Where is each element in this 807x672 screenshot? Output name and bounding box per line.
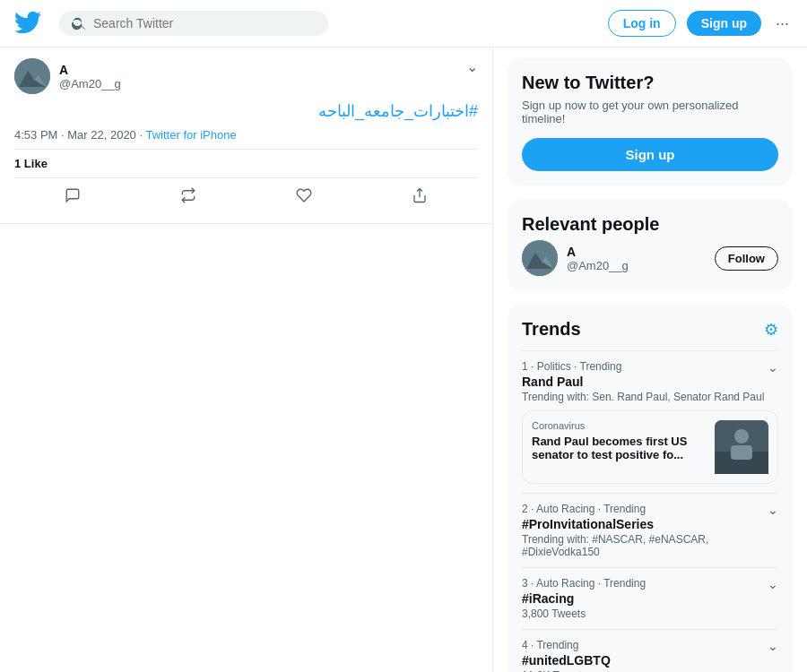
tweet-likes: 1 Like [14,149,478,170]
svg-point-0 [14,58,50,94]
svg-rect-10 [731,445,752,460]
relevant-person: A @Am20__g Follow [522,240,778,276]
person-avatar [522,240,558,276]
tweet-content: #اختبارات_جامعه_الباحه [14,101,478,121]
signup-button[interactable]: Sign up [687,11,761,36]
trends-title: Trends [522,319,581,340]
trend-item-4: 4 · Trending #unitedLGBTQ 11.8K Tweets ⌄ [522,629,778,672]
topnav-actions: Log in Sign up ··· [608,10,793,37]
retweet-button[interactable] [171,182,205,209]
trends-header: Trends ⚙ [522,319,778,340]
trend-2-desc: Trending with: #NASCAR, #eNASCAR, #Dixie… [522,533,768,558]
share-button[interactable] [403,182,437,209]
search-input[interactable] [93,16,316,30]
trend-item-1: 1 · Politics · Trending Rand Paul Trendi… [522,350,778,493]
search-bar[interactable] [59,11,328,36]
trend-item-3: 3 · Auto Racing · Trending #iRacing 3,80… [522,567,778,629]
tweet-user: A @Am20__g [14,58,121,94]
reply-button[interactable] [56,182,90,209]
tweet-source-link[interactable]: Twitter for iPhone [145,128,236,142]
new-to-twitter-subtitle: Sign up now to get your own personalized… [522,99,778,125]
twitter-logo [14,9,41,39]
trend-1-card: Coronavirus Rand Paul becomes first US s… [522,410,778,484]
trend-3-chevron[interactable]: ⌄ [768,577,778,591]
trend-1-name[interactable]: Rand Paul [522,375,764,389]
trend-1-category: 1 · Politics · Trending [522,360,764,373]
likes-label: Like [24,157,48,170]
trend-4-chevron[interactable]: ⌄ [768,639,778,653]
trend-4-category: 4 · Trending [522,639,611,651]
avatar-image [14,58,50,94]
follow-button[interactable]: Follow [715,246,778,271]
new-to-twitter-title: New to Twitter? [522,73,778,93]
relevant-people-widget: Relevant people A @Am20__g Follow [508,200,793,290]
trend-2-chevron[interactable]: ⌄ [768,503,778,517]
tweet-actions [14,177,478,212]
svg-point-4 [522,240,558,276]
search-icon [72,16,86,30]
widget-signup-button[interactable]: Sign up [522,138,778,171]
new-to-twitter-widget: New to Twitter? Sign up now to get your … [508,58,793,185]
trend-card-image [715,420,768,474]
trend-3-name[interactable]: #iRacing [522,591,646,606]
tweet-user-handle: @Am20__g [59,77,121,90]
page-layout: A @Am20__g ⌄ #اختبارات_جامعه_الباحه 4:53… [0,47,807,672]
tweet-timestamp: 4:53 PM · Mar 22, 2020 [14,128,136,142]
trend-item-2: 2 · Auto Racing · Trending #ProInvitatio… [522,493,778,567]
more-button[interactable]: ··· [772,11,793,37]
svg-point-9 [734,429,749,444]
tweet-hashtag[interactable]: #اختبارات_جامعه_الباحه [14,101,478,121]
likes-count: 1 [14,157,21,170]
person-handle: @Am20__g [567,259,706,272]
trend-card-label: Coronavirus [532,420,706,431]
person-name: A [567,245,706,259]
main-column: A @Am20__g ⌄ #اختبارات_جامعه_الباحه 4:53… [0,47,493,672]
trends-widget: Trends ⚙ 1 · Politics · Trending Rand Pa… [508,305,793,672]
tweet-card: A @Am20__g ⌄ #اختبارات_جامعه_الباحه 4:53… [0,47,492,224]
trend-card-title: Rand Paul becomes first US senator to te… [532,435,706,461]
trend-3-count: 3,800 Tweets [522,607,646,620]
login-button[interactable]: Log in [608,10,676,37]
like-button[interactable] [287,182,321,209]
tweet-username: A [59,63,121,77]
tweet-meta: 4:53 PM · Mar 22, 2020 · Twitter for iPh… [14,128,478,142]
topnav: Log in Sign up ··· [0,0,807,47]
trend-3-category: 3 · Auto Racing · Trending [522,577,646,590]
sidebar: New to Twitter? Sign up now to get your … [493,47,807,672]
person-info: A @Am20__g [567,245,706,272]
trend-1-chevron[interactable]: ⌄ [768,360,778,375]
tweet-header: A @Am20__g ⌄ [14,58,478,94]
trend-1-desc: Trending with: Sen. Rand Paul, Senator R… [522,391,764,403]
relevant-people-title: Relevant people [522,214,778,235]
trend-2-category: 2 · Auto Racing · Trending [522,503,768,515]
avatar [14,58,50,94]
tweet-options-icon[interactable]: ⌄ [466,58,478,75]
trend-2-name[interactable]: #ProInvitationalSeries [522,517,768,531]
tweet-user-info: A @Am20__g [59,63,121,90]
trend-4-name[interactable]: #unitedLGBTQ [522,653,611,668]
trends-settings-icon[interactable]: ⚙ [764,320,778,340]
